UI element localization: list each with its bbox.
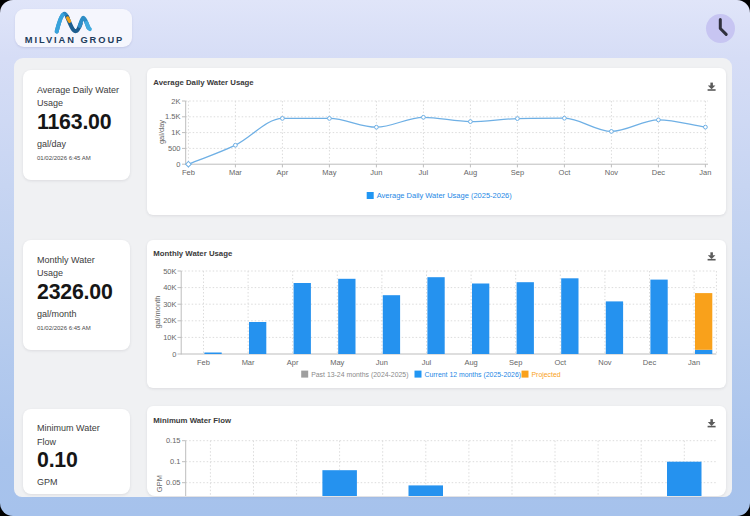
svg-text:Nov: Nov <box>598 358 612 367</box>
svg-text:500: 500 <box>168 144 181 153</box>
svg-text:gal/day: gal/day <box>157 120 166 144</box>
svg-text:Jul: Jul <box>419 168 429 177</box>
svg-text:Dec: Dec <box>643 358 657 367</box>
svg-text:Current 12 months (2025-2026): Current 12 months (2025-2026) <box>425 371 522 379</box>
svg-text:Apr: Apr <box>277 168 289 177</box>
svg-text:Feb: Feb <box>197 358 210 367</box>
svg-text:GPM: GPM <box>155 475 164 492</box>
svg-text:0.1: 0.1 <box>170 457 180 466</box>
svg-text:10K: 10K <box>163 333 176 342</box>
svg-text:May: May <box>322 168 336 177</box>
svg-text:1K: 1K <box>171 128 180 137</box>
svg-text:1.5K: 1.5K <box>165 112 180 121</box>
svg-text:gal/month: gal/month <box>153 296 162 329</box>
svg-text:Sep: Sep <box>509 358 522 367</box>
svg-text:Nov: Nov <box>605 168 619 177</box>
svg-text:0: 0 <box>172 350 176 359</box>
svg-text:Oct: Oct <box>559 168 572 177</box>
svg-text:20K: 20K <box>163 316 176 325</box>
svg-text:Mar: Mar <box>242 358 255 367</box>
svg-text:Jul: Jul <box>422 358 432 367</box>
svg-text:Past 13-24 months (2024-2025): Past 13-24 months (2024-2025) <box>311 371 408 379</box>
svg-text:0: 0 <box>176 160 180 169</box>
svg-text:2K: 2K <box>171 97 180 106</box>
svg-text:May: May <box>330 358 344 367</box>
svg-text:Average Daily Water Usage (202: Average Daily Water Usage (2025-2026) <box>377 191 513 200</box>
svg-text:Jan: Jan <box>688 358 700 367</box>
svg-text:Jun: Jun <box>376 358 388 367</box>
svg-text:Aug: Aug <box>464 358 477 367</box>
svg-text:Feb: Feb <box>182 168 195 177</box>
svg-text:Average Daily Water Usage: Average Daily Water Usage <box>153 78 254 87</box>
svg-text:Minimum Water Flow: Minimum Water Flow <box>153 416 232 425</box>
svg-text:Projected: Projected <box>532 371 561 379</box>
svg-text:Apr: Apr <box>287 358 299 367</box>
svg-text:Mar: Mar <box>229 168 242 177</box>
svg-text:0.15: 0.15 <box>166 436 181 445</box>
svg-text:Monthly Water Usage: Monthly Water Usage <box>153 249 233 258</box>
svg-text:Sep: Sep <box>511 168 524 177</box>
svg-text:50K: 50K <box>163 267 176 276</box>
svg-text:Aug: Aug <box>464 168 477 177</box>
svg-text:Jan: Jan <box>699 168 711 177</box>
svg-text:0.05: 0.05 <box>166 478 181 487</box>
svg-text:40K: 40K <box>163 283 176 292</box>
svg-text:30K: 30K <box>163 300 176 309</box>
svg-text:Dec: Dec <box>652 168 666 177</box>
svg-text:Oct: Oct <box>554 358 567 367</box>
svg-text:Jun: Jun <box>370 168 382 177</box>
